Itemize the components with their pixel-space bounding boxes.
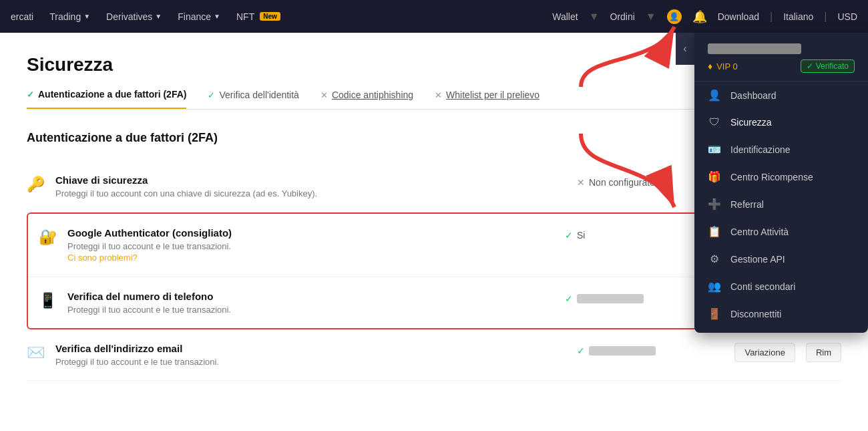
- nav-trading[interactable]: Trading ▼: [49, 11, 90, 22]
- menu-label-gestione-api: Gestione API: [730, 254, 785, 265]
- key-status-cross: ✕: [577, 177, 585, 188]
- dropdown-header: ♦ VIP 0 ✓ Verificato: [694, 33, 868, 82]
- email-icon: ✉️: [27, 344, 45, 362]
- tab-2fa[interactable]: ✓ Autenticazione a due fattori (2FA): [27, 89, 186, 109]
- bell-icon[interactable]: 🔔: [692, 9, 707, 24]
- email-title: Verifica dell'indirizzo email: [55, 343, 577, 354]
- top-navigation: ercati Trading ▼ Derivatives ▼ Finance ▼…: [0, 0, 868, 33]
- tab-2fa-check: ✓: [27, 90, 34, 100]
- google-auth-link[interactable]: Ci sono problemi?: [67, 253, 138, 263]
- wallet-button[interactable]: Wallet: [552, 11, 578, 22]
- id-icon: 🪪: [708, 143, 721, 156]
- nav-derivatives[interactable]: Derivatives ▼: [106, 11, 162, 22]
- tab-whitelist-cross: ✕: [435, 90, 442, 100]
- tab-whitelist[interactable]: ✕ Whitelist per il prelievo: [435, 89, 539, 109]
- user-dropdown-panel: ♦ VIP 0 ✓ Verificato 👤 Dashboard 🛡 Sicur…: [694, 33, 868, 333]
- google-auth-title: Google Authenticator (consigliato): [67, 227, 565, 239]
- dashboard-icon: 👤: [708, 89, 721, 102]
- email-info: Verifica dell'indirizzo email Proteggi i…: [55, 343, 577, 367]
- nav-left: ercati Trading ▼ Derivatives ▼ Finance ▼…: [11, 11, 552, 22]
- ordini-button[interactable]: Ordini: [610, 11, 635, 22]
- google-auth-status-text: Si: [577, 230, 585, 241]
- dropdown-vip-row: ♦ VIP 0 ✓ Verificato: [708, 59, 855, 73]
- lang-divider: |: [770, 11, 773, 23]
- currency-selector[interactable]: USD: [837, 11, 857, 22]
- verified-label: Verificato: [816, 61, 849, 71]
- nav-right: Wallet ▼ Ordini ▼ 👤 🔔 Download | Italian…: [552, 9, 857, 24]
- google-auth-info: Google Authenticator (consigliato) Prote…: [67, 227, 565, 263]
- tab-identity-label: Verifica dell'identità: [219, 90, 298, 100]
- menu-item-dashboard[interactable]: 👤 Dashboard: [694, 82, 868, 109]
- logout-icon: 🚪: [708, 307, 721, 320]
- tab-whitelist-label: Whitelist per il prelievo: [446, 90, 539, 100]
- phone-number-blurred: [577, 294, 644, 303]
- panel-toggle-button[interactable]: ‹: [676, 33, 694, 65]
- security-item-email: ✉️ Verifica dell'indirizzo email Protegg…: [27, 329, 841, 381]
- language-selector[interactable]: Italiano: [783, 11, 813, 22]
- menu-label-disconnettiti: Disconnettiti: [730, 309, 781, 319]
- menu-label-centro-ricompense: Centro Ricompense: [730, 172, 813, 182]
- menu-item-disconnettiti[interactable]: 🚪 Disconnettiti: [694, 300, 868, 327]
- key-info: Chiave di sicurezza Proteggi il tuo acco…: [55, 174, 577, 198]
- phone-desc: Proteggi il tuo account e le tue transaz…: [67, 305, 565, 315]
- google-auth-icon: 🔐: [39, 229, 57, 246]
- menu-item-gestione-api[interactable]: ⚙ Gestione API: [694, 245, 868, 273]
- email-rim-btn[interactable]: Rim: [806, 343, 841, 362]
- tab-identity[interactable]: ✓ Verifica dell'identità: [208, 89, 298, 109]
- security-icon: 🛡: [708, 116, 721, 128]
- vip-label: VIP 0: [716, 61, 738, 71]
- email-desc: Proteggi il tuo account e le tue transaz…: [55, 357, 577, 367]
- vip-badge: ♦ VIP 0: [708, 61, 738, 71]
- sub-accounts-icon: 👥: [708, 280, 721, 293]
- api-icon: ⚙: [708, 253, 721, 265]
- key-status-text: Non configurato: [589, 177, 655, 188]
- email-address-blurred: [589, 346, 656, 355]
- menu-label-referral: Referral: [730, 199, 764, 210]
- phone-status: ✓: [565, 293, 685, 304]
- user-avatar[interactable]: 👤: [667, 9, 682, 24]
- email-status: ✓: [577, 345, 697, 356]
- verified-badge: ✓ Verificato: [801, 59, 855, 73]
- menu-item-referral[interactable]: ➕ Referral: [694, 190, 868, 218]
- tab-antiphishing-cross: ✕: [320, 90, 328, 100]
- rewards-icon: 🎁: [708, 170, 721, 183]
- phone-icon: 📱: [39, 292, 57, 309]
- google-auth-desc: Proteggi il tuo account e le tue transaz…: [67, 241, 565, 251]
- key-icon: 🔑: [27, 176, 45, 193]
- tab-antiphishing-label: Codice antiphishing: [332, 90, 413, 100]
- key-title: Chiave di sicurezza: [55, 174, 577, 186]
- menu-item-conti-secondari[interactable]: 👥 Conti secondari: [694, 273, 868, 300]
- tab-antiphishing[interactable]: ✕ Codice antiphishing: [320, 89, 413, 109]
- key-status: ✕ Non configurato: [577, 177, 697, 188]
- currency-divider: |: [824, 11, 827, 23]
- email-check: ✓: [577, 345, 585, 356]
- menu-item-sicurezza[interactable]: 🛡 Sicurezza: [694, 109, 868, 136]
- key-desc: Proteggi il tuo account con una chiave d…: [55, 188, 577, 198]
- menu-item-identificazione[interactable]: 🪪 Identificazione: [694, 136, 868, 163]
- referral-icon: ➕: [708, 198, 721, 210]
- nft-badge: New: [260, 12, 280, 21]
- google-auth-check: ✓: [565, 230, 573, 241]
- verified-check-icon: ✓: [807, 61, 813, 71]
- tab-2fa-label: Autenticazione a due fattori (2FA): [38, 89, 186, 100]
- email-variazione-btn[interactable]: Variazione: [734, 343, 795, 362]
- email-actions: Variazione Rim: [708, 343, 841, 362]
- nav-finance[interactable]: Finance ▼: [178, 11, 220, 22]
- activity-icon: 📋: [708, 225, 721, 238]
- phone-title: Verifica del numero di telefono: [67, 291, 565, 302]
- menu-item-centro-ricompense[interactable]: 🎁 Centro Ricompense: [694, 163, 868, 190]
- nav-mercati[interactable]: ercati: [11, 11, 33, 22]
- menu-label-sicurezza: Sicurezza: [730, 117, 771, 128]
- download-button[interactable]: Download: [718, 11, 759, 22]
- nav-nft[interactable]: NFT New: [236, 11, 280, 22]
- tab-identity-check: ✓: [208, 90, 215, 100]
- menu-label-dashboard: Dashboard: [730, 90, 777, 101]
- phone-info: Verifica del numero di telefono Proteggi…: [67, 291, 565, 315]
- menu-label-conti-secondari: Conti secondari: [730, 281, 795, 292]
- menu-item-centro-attivita[interactable]: 📋 Centro Attività: [694, 218, 868, 245]
- menu-label-identificazione: Identificazione: [730, 144, 791, 155]
- phone-check: ✓: [565, 293, 573, 304]
- dropdown-username: [708, 43, 801, 54]
- menu-label-centro-attivita: Centro Attività: [730, 227, 789, 237]
- google-auth-status: ✓ Si: [565, 230, 685, 241]
